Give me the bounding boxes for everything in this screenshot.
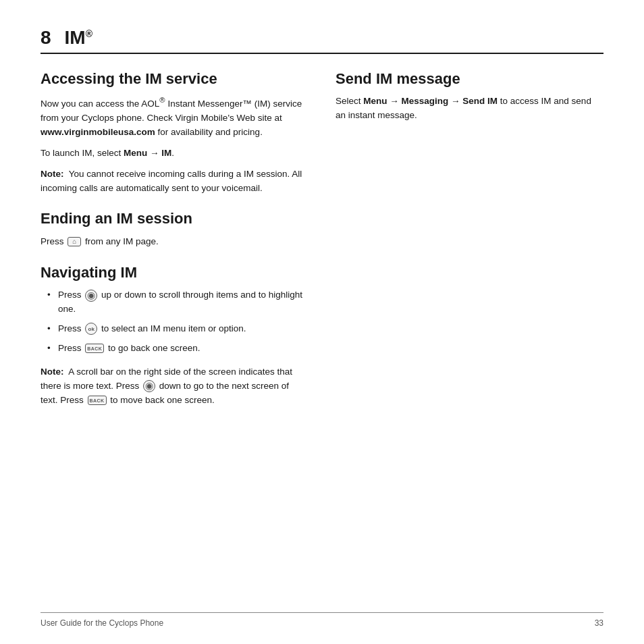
trademark-sup: ® bbox=[86, 28, 92, 39]
footer-left-text: User Guide for the Cyclops Phone bbox=[41, 618, 163, 628]
page-number: 33 bbox=[595, 618, 603, 628]
back-button-icon: BACK bbox=[85, 344, 104, 353]
chapter-number: 8 bbox=[41, 27, 51, 49]
main-content: Accessing the IM service Now you can acc… bbox=[41, 70, 603, 420]
send-im-instruction: Menu → Messaging → Send IM bbox=[363, 96, 498, 106]
bullet-item-nav: Press up or down to scroll through items… bbox=[47, 288, 308, 317]
section-ending-title: Ending an IM session bbox=[41, 210, 308, 227]
bullet-item-ok: Press ok to select an IM menu item or op… bbox=[47, 322, 308, 336]
section-accessing-para1: Now you can access the AOL® Instant Mess… bbox=[41, 95, 308, 139]
nav-circle-icon-2 bbox=[143, 380, 155, 392]
section-accessing-note: Note: You cannot receive incoming calls … bbox=[41, 167, 308, 196]
page-footer: User Guide for the Cyclops Phone 33 bbox=[41, 612, 603, 628]
section-ending: Ending an IM session Press from any IM p… bbox=[41, 210, 308, 248]
nav-circle-icon bbox=[85, 290, 97, 302]
right-column: Send IM message Select Menu → Messaging … bbox=[336, 70, 603, 420]
section-accessing-title: Accessing the IM service bbox=[41, 70, 308, 88]
section-send-text: Select Menu → Messaging → Send IM to acc… bbox=[336, 95, 603, 123]
ok-circle-icon: ok bbox=[85, 323, 97, 335]
section-navigating: Navigating IM Press up or down to scroll… bbox=[41, 264, 308, 408]
section-navigating-note: Note: A scroll bar on the right side of … bbox=[41, 365, 308, 408]
end-call-icon bbox=[68, 237, 81, 246]
page-header: 8 IM® bbox=[41, 27, 603, 54]
section-send-title: Send IM message bbox=[336, 70, 603, 88]
left-column: Accessing the IM service Now you can acc… bbox=[41, 70, 308, 420]
section-ending-text: Press from any IM page. bbox=[41, 235, 308, 249]
page: 8 IM® Accessing the IM service Now you c… bbox=[0, 0, 644, 644]
bullet-item-back: Press BACK to go back one screen. bbox=[47, 342, 308, 356]
menu-instruction: Menu → IM bbox=[124, 148, 171, 158]
url-virginmobile: www.virginmobileusa.com bbox=[41, 127, 155, 137]
section-navigating-title: Navigating IM bbox=[41, 264, 308, 281]
navigating-bullet-list: Press up or down to scroll through items… bbox=[41, 288, 308, 356]
back-button-icon-2: BACK bbox=[88, 396, 107, 405]
section-accessing-para2: To launch IM, select Menu → IM. bbox=[41, 146, 308, 161]
chapter-title: IM® bbox=[65, 27, 92, 49]
